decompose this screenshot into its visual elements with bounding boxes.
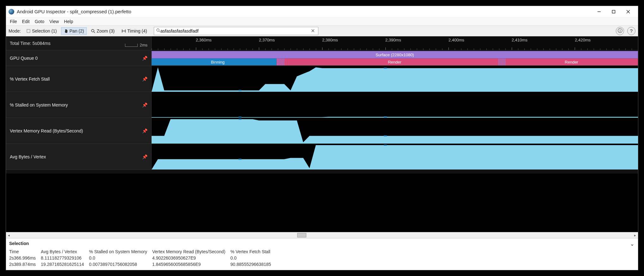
selection-col-header[interactable]: Avg Bytes / Vertex (41, 248, 89, 255)
mode-label: Mode: (9, 28, 21, 34)
mode-selection-label: Selection (1) (32, 28, 57, 34)
selection-col-header[interactable]: % Vertex Fetch Stall (230, 248, 276, 255)
menu-view[interactable]: View (47, 18, 61, 25)
scale-bracket-icon (125, 44, 138, 47)
table-cell: 4.90226036950627E9 (152, 255, 230, 261)
ruler-ticks: 2,360ms2,370ms2,380ms2,390ms2,400ms2,410… (152, 36, 638, 50)
ruler-tick-label: 2,360ms (196, 38, 212, 42)
help-button[interactable]: ? (627, 27, 635, 35)
selection-col-header[interactable]: Time (9, 248, 41, 255)
close-button[interactable] (621, 7, 635, 16)
menu-file[interactable]: File (7, 18, 20, 25)
svg-rect-15 (384, 116, 387, 117)
table-cell: 0.0 (89, 255, 152, 261)
surface-bar[interactable]: Surface (2280x1080) (152, 51, 638, 58)
chevron-down-icon[interactable]: ⌄ (630, 241, 634, 247)
table-row[interactable]: 2s389.874ms19.2871652816251140.007389701… (9, 261, 276, 267)
timeline-bottom-gutter (6, 170, 638, 174)
table-cell: 19.287165281625114 (41, 261, 89, 267)
mode-timing[interactable]: Timing (4) (119, 27, 150, 35)
svg-point-10 (157, 29, 159, 31)
table-cell: 2s389.874ms (9, 261, 41, 267)
track-label-gpu-queue: GPU Queue 0 (10, 56, 38, 61)
info-button[interactable]: ⓘ (616, 27, 624, 35)
selection-table: TimeAvg Bytes / Vertex% Stalled on Syste… (9, 248, 276, 267)
total-time-label: Total Time: 5s084ms (10, 41, 50, 46)
ruler-tick-label: 2,390ms (385, 38, 401, 42)
selection-col-header[interactable]: Vertex Memory Read (Bytes/Second) (152, 248, 230, 255)
timeline-hscroll[interactable]: ◂ ▸ (6, 232, 638, 238)
selection-panel: Selection ⌄ TimeAvg Bytes / Vertex% Stal… (6, 238, 638, 270)
hscroll-left-arrow[interactable]: ◂ (6, 232, 12, 238)
search-clear-icon[interactable]: ✕ (309, 28, 316, 34)
titlebar: Android GPU Inspector - split_compressed… (6, 6, 638, 17)
svg-rect-1 (612, 10, 615, 13)
app-icon (9, 9, 14, 15)
track-label: % Vertex Fetch Stall (10, 77, 50, 82)
search-icon (156, 28, 160, 34)
time-scale-label: 2ms (140, 43, 147, 47)
track-label: Avg Bytes / Vertex (10, 154, 46, 159)
mode-zoom[interactable]: Zoom (3) (88, 27, 117, 35)
table-row[interactable]: 2s366.996ms8.1111827793291060.04.9022603… (9, 255, 276, 261)
table-cell: 0.0 (230, 255, 276, 261)
track-label: % Stalled on System Memory (10, 102, 68, 107)
maximize-button[interactable] (606, 7, 621, 16)
time-scale: 2ms (125, 43, 147, 47)
selection-col-header[interactable]: % Stalled on System Memory (89, 248, 152, 255)
info-icon: ⓘ (618, 28, 622, 34)
mode-timing-label: Timing (4) (127, 28, 147, 34)
menu-edit[interactable]: Edit (20, 18, 32, 25)
graph-body[interactable] (152, 144, 638, 169)
phase-binning[interactable]: Binning (152, 58, 284, 65)
ruler-tick-label: 2,420ms (575, 38, 591, 42)
svg-line-11 (159, 31, 160, 32)
table-cell: 2s366.996ms (9, 255, 41, 261)
mode-selection[interactable]: Selection (1) (23, 27, 60, 35)
timeline[interactable]: Total Time: 5s084ms 2ms 2,360ms2,370ms2,… (6, 36, 638, 232)
track-gpu-queue: GPU Queue 0 📌 Surface (2280x1080) Binnin… (6, 50, 638, 66)
selection-icon (26, 29, 31, 33)
hscroll-thumb[interactable] (297, 233, 306, 237)
graph-body[interactable] (152, 118, 638, 144)
pin-icon[interactable]: 📌 (142, 128, 147, 133)
menu-help[interactable]: Help (61, 18, 76, 25)
pan-icon (64, 29, 68, 33)
zoom-icon (91, 29, 95, 33)
help-icon: ? (630, 28, 633, 34)
pin-icon[interactable]: 📌 (142, 56, 147, 61)
surface-label: Surface (2280x1080) (376, 52, 414, 57)
app-window: Android GPU Inspector - split_compressed… (6, 6, 638, 270)
phase-render[interactable]: Render (284, 58, 505, 65)
track-graph: % Vertex Fetch Stall📌 (6, 66, 638, 92)
mode-pan[interactable]: Pan (2) (61, 27, 87, 35)
table-cell: 8.111182779329106 (41, 255, 89, 261)
phase-render[interactable]: Render (505, 58, 638, 65)
minimize-button[interactable] (592, 7, 606, 16)
window-title: Android GPU Inspector - split_compressed… (17, 9, 131, 14)
time-ruler: Total Time: 5s084ms 2ms 2,360ms2,370ms2,… (6, 36, 638, 50)
pin-icon[interactable]: 📌 (142, 102, 147, 107)
svg-point-5 (91, 29, 94, 32)
hscroll-right-arrow[interactable]: ▸ (632, 232, 638, 238)
menu-goto[interactable]: Goto (32, 18, 47, 25)
svg-rect-13 (384, 68, 387, 69)
phase-row: BinningRenderRender (152, 58, 638, 65)
svg-rect-16 (239, 119, 241, 120)
svg-rect-14 (239, 117, 241, 118)
mode-zoom-label: Zoom (3) (97, 28, 115, 34)
ruler-tick-label: 2,410ms (512, 38, 528, 42)
search-input[interactable] (160, 28, 309, 34)
svg-rect-4 (27, 29, 30, 33)
search-box[interactable]: ✕ (154, 27, 318, 35)
svg-rect-17 (384, 135, 387, 136)
graph-body[interactable] (152, 66, 638, 92)
timing-icon (122, 29, 126, 33)
pin-icon[interactable]: 📌 (142, 77, 147, 82)
pin-icon[interactable]: 📌 (142, 154, 147, 159)
track-label: Vertex Memory Read (Bytes/Second) (10, 128, 83, 133)
svg-rect-19 (384, 144, 387, 145)
track-graph: Vertex Memory Read (Bytes/Second)📌 (6, 118, 638, 144)
graph-body[interactable] (152, 92, 638, 118)
hscroll-track[interactable] (12, 232, 632, 238)
